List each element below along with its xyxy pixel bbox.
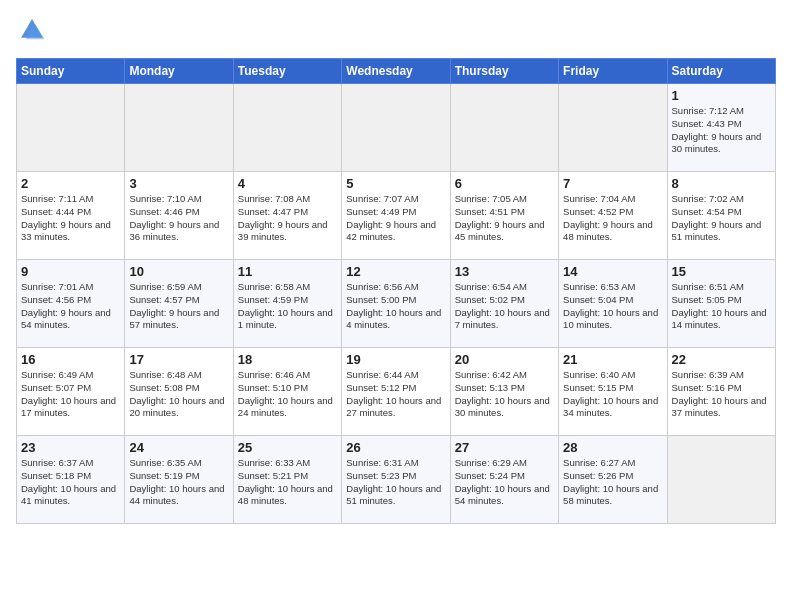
weekday-thursday: Thursday (450, 59, 558, 84)
week-row-3: 9Sunrise: 7:01 AM Sunset: 4:56 PM Daylig… (17, 260, 776, 348)
day-number: 11 (238, 264, 337, 279)
day-number: 5 (346, 176, 445, 191)
calendar-cell: 16Sunrise: 6:49 AM Sunset: 5:07 PM Dayli… (17, 348, 125, 436)
day-number: 12 (346, 264, 445, 279)
calendar-cell: 8Sunrise: 7:02 AM Sunset: 4:54 PM Daylig… (667, 172, 775, 260)
calendar-cell: 11Sunrise: 6:58 AM Sunset: 4:59 PM Dayli… (233, 260, 341, 348)
day-info: Sunrise: 6:49 AM Sunset: 5:07 PM Dayligh… (21, 369, 120, 420)
day-info: Sunrise: 6:42 AM Sunset: 5:13 PM Dayligh… (455, 369, 554, 420)
calendar-cell: 21Sunrise: 6:40 AM Sunset: 5:15 PM Dayli… (559, 348, 667, 436)
day-number: 22 (672, 352, 771, 367)
calendar-cell: 18Sunrise: 6:46 AM Sunset: 5:10 PM Dayli… (233, 348, 341, 436)
day-number: 16 (21, 352, 120, 367)
week-row-2: 2Sunrise: 7:11 AM Sunset: 4:44 PM Daylig… (17, 172, 776, 260)
calendar-header: SundayMondayTuesdayWednesdayThursdayFrid… (17, 59, 776, 84)
calendar-cell: 1Sunrise: 7:12 AM Sunset: 4:43 PM Daylig… (667, 84, 775, 172)
calendar-cell: 19Sunrise: 6:44 AM Sunset: 5:12 PM Dayli… (342, 348, 450, 436)
day-info: Sunrise: 6:51 AM Sunset: 5:05 PM Dayligh… (672, 281, 771, 332)
calendar-cell: 14Sunrise: 6:53 AM Sunset: 5:04 PM Dayli… (559, 260, 667, 348)
day-info: Sunrise: 6:37 AM Sunset: 5:18 PM Dayligh… (21, 457, 120, 508)
calendar-cell: 22Sunrise: 6:39 AM Sunset: 5:16 PM Dayli… (667, 348, 775, 436)
week-row-1: 1Sunrise: 7:12 AM Sunset: 4:43 PM Daylig… (17, 84, 776, 172)
week-row-5: 23Sunrise: 6:37 AM Sunset: 5:18 PM Dayli… (17, 436, 776, 524)
day-info: Sunrise: 6:33 AM Sunset: 5:21 PM Dayligh… (238, 457, 337, 508)
day-number: 20 (455, 352, 554, 367)
calendar-cell (233, 84, 341, 172)
day-number: 28 (563, 440, 662, 455)
calendar-cell: 26Sunrise: 6:31 AM Sunset: 5:23 PM Dayli… (342, 436, 450, 524)
calendar-cell (125, 84, 233, 172)
weekday-tuesday: Tuesday (233, 59, 341, 84)
day-number: 26 (346, 440, 445, 455)
weekday-sunday: Sunday (17, 59, 125, 84)
day-info: Sunrise: 6:31 AM Sunset: 5:23 PM Dayligh… (346, 457, 445, 508)
day-info: Sunrise: 6:48 AM Sunset: 5:08 PM Dayligh… (129, 369, 228, 420)
calendar-cell: 12Sunrise: 6:56 AM Sunset: 5:00 PM Dayli… (342, 260, 450, 348)
calendar-body: 1Sunrise: 7:12 AM Sunset: 4:43 PM Daylig… (17, 84, 776, 524)
day-info: Sunrise: 6:46 AM Sunset: 5:10 PM Dayligh… (238, 369, 337, 420)
week-row-4: 16Sunrise: 6:49 AM Sunset: 5:07 PM Dayli… (17, 348, 776, 436)
day-number: 3 (129, 176, 228, 191)
weekday-wednesday: Wednesday (342, 59, 450, 84)
day-number: 2 (21, 176, 120, 191)
calendar-cell (342, 84, 450, 172)
calendar-cell (450, 84, 558, 172)
day-number: 17 (129, 352, 228, 367)
calendar-cell: 6Sunrise: 7:05 AM Sunset: 4:51 PM Daylig… (450, 172, 558, 260)
day-info: Sunrise: 6:54 AM Sunset: 5:02 PM Dayligh… (455, 281, 554, 332)
calendar-cell: 20Sunrise: 6:42 AM Sunset: 5:13 PM Dayli… (450, 348, 558, 436)
day-info: Sunrise: 7:11 AM Sunset: 4:44 PM Dayligh… (21, 193, 120, 244)
calendar-cell: 3Sunrise: 7:10 AM Sunset: 4:46 PM Daylig… (125, 172, 233, 260)
calendar-cell: 13Sunrise: 6:54 AM Sunset: 5:02 PM Dayli… (450, 260, 558, 348)
day-number: 24 (129, 440, 228, 455)
day-number: 18 (238, 352, 337, 367)
day-info: Sunrise: 7:02 AM Sunset: 4:54 PM Dayligh… (672, 193, 771, 244)
calendar-cell: 9Sunrise: 7:01 AM Sunset: 4:56 PM Daylig… (17, 260, 125, 348)
day-info: Sunrise: 6:58 AM Sunset: 4:59 PM Dayligh… (238, 281, 337, 332)
calendar-cell: 17Sunrise: 6:48 AM Sunset: 5:08 PM Dayli… (125, 348, 233, 436)
weekday-saturday: Saturday (667, 59, 775, 84)
day-number: 10 (129, 264, 228, 279)
day-number: 19 (346, 352, 445, 367)
day-number: 4 (238, 176, 337, 191)
calendar: SundayMondayTuesdayWednesdayThursdayFrid… (16, 58, 776, 524)
day-info: Sunrise: 6:40 AM Sunset: 5:15 PM Dayligh… (563, 369, 662, 420)
calendar-cell: 4Sunrise: 7:08 AM Sunset: 4:47 PM Daylig… (233, 172, 341, 260)
day-number: 15 (672, 264, 771, 279)
day-info: Sunrise: 6:39 AM Sunset: 5:16 PM Dayligh… (672, 369, 771, 420)
calendar-cell: 10Sunrise: 6:59 AM Sunset: 4:57 PM Dayli… (125, 260, 233, 348)
calendar-cell (559, 84, 667, 172)
calendar-cell: 23Sunrise: 6:37 AM Sunset: 5:18 PM Dayli… (17, 436, 125, 524)
day-info: Sunrise: 6:44 AM Sunset: 5:12 PM Dayligh… (346, 369, 445, 420)
weekday-friday: Friday (559, 59, 667, 84)
day-number: 27 (455, 440, 554, 455)
day-number: 1 (672, 88, 771, 103)
calendar-cell (17, 84, 125, 172)
weekday-monday: Monday (125, 59, 233, 84)
calendar-cell: 2Sunrise: 7:11 AM Sunset: 4:44 PM Daylig… (17, 172, 125, 260)
day-number: 14 (563, 264, 662, 279)
calendar-cell: 24Sunrise: 6:35 AM Sunset: 5:19 PM Dayli… (125, 436, 233, 524)
weekday-row: SundayMondayTuesdayWednesdayThursdayFrid… (17, 59, 776, 84)
day-number: 9 (21, 264, 120, 279)
day-number: 8 (672, 176, 771, 191)
day-info: Sunrise: 7:04 AM Sunset: 4:52 PM Dayligh… (563, 193, 662, 244)
calendar-cell: 28Sunrise: 6:27 AM Sunset: 5:26 PM Dayli… (559, 436, 667, 524)
day-info: Sunrise: 7:08 AM Sunset: 4:47 PM Dayligh… (238, 193, 337, 244)
logo-icon (18, 16, 46, 44)
day-info: Sunrise: 6:53 AM Sunset: 5:04 PM Dayligh… (563, 281, 662, 332)
day-number: 7 (563, 176, 662, 191)
day-info: Sunrise: 6:29 AM Sunset: 5:24 PM Dayligh… (455, 457, 554, 508)
day-info: Sunrise: 7:10 AM Sunset: 4:46 PM Dayligh… (129, 193, 228, 244)
day-info: Sunrise: 6:56 AM Sunset: 5:00 PM Dayligh… (346, 281, 445, 332)
day-info: Sunrise: 7:07 AM Sunset: 4:49 PM Dayligh… (346, 193, 445, 244)
day-info: Sunrise: 7:01 AM Sunset: 4:56 PM Dayligh… (21, 281, 120, 332)
day-number: 23 (21, 440, 120, 455)
day-info: Sunrise: 6:35 AM Sunset: 5:19 PM Dayligh… (129, 457, 228, 508)
logo (16, 16, 50, 48)
day-info: Sunrise: 6:27 AM Sunset: 5:26 PM Dayligh… (563, 457, 662, 508)
day-info: Sunrise: 6:59 AM Sunset: 4:57 PM Dayligh… (129, 281, 228, 332)
page: SundayMondayTuesdayWednesdayThursdayFrid… (0, 0, 792, 534)
day-number: 6 (455, 176, 554, 191)
calendar-cell: 7Sunrise: 7:04 AM Sunset: 4:52 PM Daylig… (559, 172, 667, 260)
